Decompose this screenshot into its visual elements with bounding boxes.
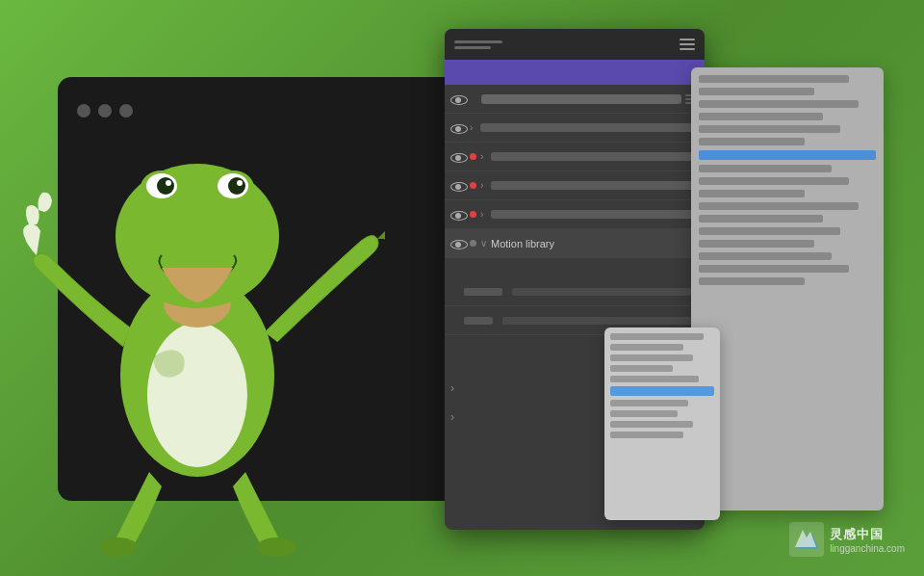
red-dot-4 bbox=[470, 182, 476, 189]
rp1-line-6 bbox=[699, 138, 805, 145]
rp2-line-5 bbox=[610, 376, 699, 382]
rp1-line-8 bbox=[699, 165, 832, 172]
svg-point-10 bbox=[166, 180, 171, 186]
eye-icon-4 bbox=[450, 180, 466, 192]
right-panel-1 bbox=[691, 67, 884, 511]
layer-bar-3 bbox=[491, 152, 699, 161]
chevron-6: ∨ bbox=[480, 238, 487, 249]
eye-icon-2 bbox=[450, 122, 466, 134]
layer-bar-5 bbox=[491, 210, 699, 219]
svg-point-13 bbox=[257, 537, 295, 557]
hamburger-line-1 bbox=[680, 39, 695, 40]
chevron-5: › bbox=[480, 209, 483, 220]
motion-library-label: Motion library bbox=[491, 238, 554, 249]
rp2-line-4 bbox=[610, 365, 673, 372]
rp2-line-7 bbox=[610, 400, 688, 406]
rp2-line-2 bbox=[610, 344, 683, 351]
svg-point-12 bbox=[99, 537, 138, 557]
watermark-text: 灵感中国 lingganchina.com bbox=[830, 526, 905, 554]
watermark-url: lingganchina.com bbox=[830, 543, 905, 554]
chevron-bottom-1: › bbox=[450, 381, 454, 395]
layer-row-3[interactable]: › bbox=[445, 143, 705, 171]
svg-point-1 bbox=[147, 323, 247, 467]
svg-point-11 bbox=[237, 180, 243, 186]
rp1-line-16 bbox=[699, 265, 849, 273]
rp1-line-17 bbox=[699, 277, 805, 285]
watermark-logo bbox=[789, 522, 824, 557]
watermark-name: 灵感中国 bbox=[830, 526, 905, 543]
chevron-2: › bbox=[470, 122, 473, 133]
red-dot-3 bbox=[470, 153, 476, 160]
rp1-line-1 bbox=[699, 75, 849, 83]
right-panel-2 bbox=[604, 327, 720, 520]
svg-point-9 bbox=[228, 177, 245, 195]
rp2-line-3 bbox=[610, 354, 693, 361]
chevron-bottom-2: › bbox=[450, 410, 454, 424]
rp1-line-3 bbox=[699, 100, 859, 108]
hamburger-line-3 bbox=[680, 48, 695, 50]
chevron-4: › bbox=[480, 180, 483, 191]
layer-row-5[interactable]: › bbox=[445, 200, 705, 229]
rp2-line-9 bbox=[610, 421, 693, 428]
rp1-line-11 bbox=[699, 202, 859, 210]
layer-row-motion-library[interactable]: ∨ Motion library bbox=[445, 229, 705, 258]
sub-bar-1b bbox=[512, 288, 699, 296]
eye-icon-6 bbox=[450, 238, 466, 249]
hamburger-icon[interactable] bbox=[680, 39, 695, 50]
eye-icon-1 bbox=[450, 93, 466, 105]
sub-bar-1 bbox=[464, 288, 502, 296]
layer-bar-4 bbox=[491, 181, 699, 190]
rp2-line-10 bbox=[610, 432, 683, 438]
rp1-line-15 bbox=[699, 252, 832, 260]
rp1-line-14 bbox=[699, 240, 814, 248]
rp2-line-active[interactable] bbox=[610, 386, 714, 396]
red-dot-5 bbox=[470, 211, 476, 218]
layer-bar-1 bbox=[481, 94, 681, 104]
active-layer-bar bbox=[445, 60, 705, 85]
layer-row-1[interactable] bbox=[445, 85, 705, 114]
rp1-line-10 bbox=[699, 190, 805, 197]
rp1-line-9 bbox=[699, 177, 849, 185]
gray-dot-6 bbox=[470, 240, 476, 247]
header-line-1 bbox=[454, 40, 502, 43]
rp1-line-active[interactable] bbox=[699, 150, 876, 160]
hamburger-line-2 bbox=[680, 43, 695, 45]
sub-bar-2 bbox=[464, 317, 493, 325]
rp1-line-13 bbox=[699, 227, 840, 235]
header-line-2 bbox=[454, 46, 491, 49]
rp2-line-1 bbox=[610, 333, 704, 340]
rp1-line-12 bbox=[699, 215, 823, 223]
sub-layer-1[interactable] bbox=[445, 277, 705, 306]
frog-character bbox=[19, 48, 385, 559]
layer-row-2[interactable]: › bbox=[445, 114, 705, 143]
header-lines bbox=[454, 40, 502, 49]
rp2-line-8 bbox=[610, 410, 678, 417]
panel-header bbox=[445, 29, 705, 60]
eye-icon-5 bbox=[450, 209, 466, 221]
rp1-line-5 bbox=[699, 125, 840, 133]
layer-bar-2 bbox=[480, 123, 699, 132]
layer-row-4[interactable]: › bbox=[445, 171, 705, 200]
rp1-line-2 bbox=[699, 88, 814, 95]
spacer-area bbox=[445, 258, 705, 277]
sub-bar-2b bbox=[502, 317, 699, 325]
eye-icon-3 bbox=[450, 151, 466, 163]
svg-point-8 bbox=[157, 177, 174, 195]
chevron-3: › bbox=[480, 151, 483, 162]
rp1-line-4 bbox=[699, 113, 823, 120]
watermark: 灵感中国 lingganchina.com bbox=[789, 522, 905, 557]
